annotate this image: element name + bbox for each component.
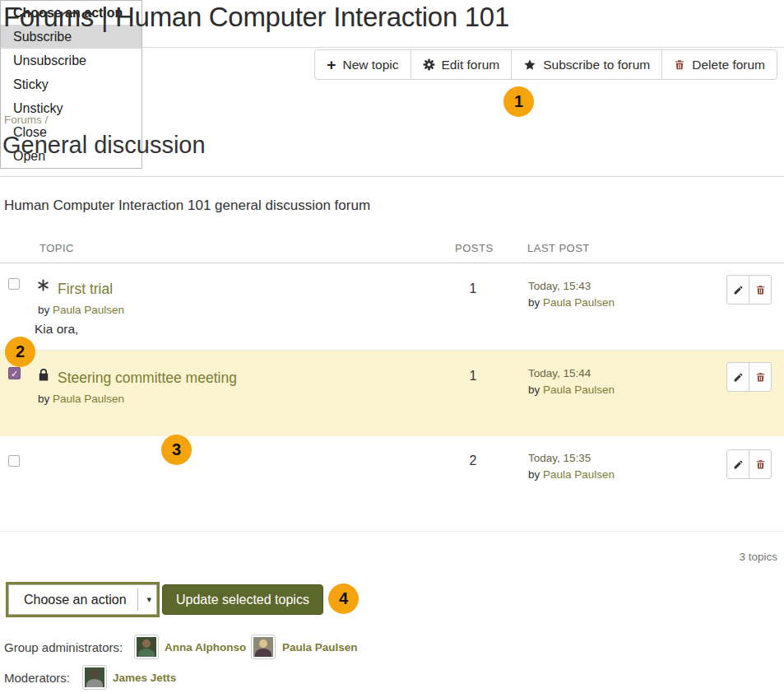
menu-option-unsubscribe[interactable]: Unsubscribe (1, 49, 141, 72)
row-actions (726, 449, 772, 479)
pencil-icon (733, 372, 744, 383)
last-post-byline: by Paula Paulsen (528, 468, 615, 481)
group-administrators-label: Group administrators: (4, 640, 123, 654)
topic-count: 3 topics (739, 551, 777, 563)
delete-topic-button[interactable] (749, 275, 772, 305)
action-select[interactable]: Choose an action ▾ (8, 584, 157, 615)
delete-forum-button[interactable]: Delete forum (661, 49, 777, 80)
column-header-topic: TOPIC (39, 242, 74, 254)
posts-count: 2 (455, 453, 491, 468)
author-link[interactable]: Paula Paulsen (543, 468, 615, 481)
topic-checkbox[interactable] (8, 455, 20, 467)
pencil-icon (733, 285, 744, 295)
author-link[interactable]: Paula Paulsen (543, 384, 615, 396)
update-selected-topics-button[interactable]: Update selected topics (162, 584, 323, 615)
admin-link-anna-alphonso[interactable]: Anna Alphonso (165, 641, 246, 653)
subscribe-forum-label: Subscribe to forum (543, 58, 650, 72)
forum-heading: General discussion (2, 132, 206, 159)
by-label: by (38, 393, 49, 405)
by-label: by (528, 468, 540, 481)
topic-row-first-trial: First trial by Paula Paulsen Kia ora, 1 … (0, 263, 784, 351)
author-link[interactable]: Paula Paulsen (53, 304, 124, 316)
title-divider (0, 47, 784, 48)
trash-icon (755, 371, 766, 383)
posts-count: 1 (455, 281, 491, 296)
sticky-asterisk-icon (36, 278, 50, 292)
column-header-posts: POSTS (455, 242, 494, 254)
last-post-time-link[interactable]: Today, 15:35 (528, 452, 591, 464)
topic-byline: by Paula Paulsen (38, 393, 124, 405)
topic-checkbox-checked[interactable]: ✓ (8, 367, 21, 379)
topic-title-link[interactable]: Steering committee meeting (58, 370, 237, 387)
gear-icon (423, 58, 435, 71)
topic-preview: Kia ora, (35, 322, 78, 337)
chevron-down-icon: ▾ (146, 585, 151, 614)
author-link[interactable]: Paula Paulsen (543, 296, 615, 309)
subscribe-forum-button[interactable]: Subscribe to forum (511, 49, 662, 80)
admin-link-paula-paulsen[interactable]: Paula Paulsen (282, 641, 358, 653)
edit-forum-button[interactable]: Edit forum (411, 49, 513, 80)
forum-page: Forums | Human Computer Interaction 101 … (0, 0, 784, 693)
heading-divider (0, 176, 784, 177)
callout-2: 2 (5, 337, 35, 367)
star-icon (523, 58, 536, 72)
menu-option-sticky[interactable]: Sticky (1, 72, 141, 96)
callout-1: 1 (503, 86, 534, 117)
edit-topic-button[interactable] (726, 362, 749, 392)
check-icon: ✓ (11, 369, 18, 379)
posts-count: 1 (455, 369, 491, 384)
by-label: by (38, 304, 49, 316)
trash-icon (755, 284, 766, 295)
page-title: Forums | Human Computer Interaction 101 (3, 2, 509, 33)
last-post-byline: by Paula Paulsen (528, 296, 615, 309)
avatar-paula-paulsen[interactable] (251, 635, 276, 659)
topic-row-third: 2 Today, 15:35 by Paula Paulsen (0, 436, 784, 532)
forum-toolbar: + New topic Edit forum Subscribe to foru… (314, 49, 777, 80)
topic-byline: by Paula Paulsen (38, 304, 124, 316)
author-link[interactable]: Paula Paulsen (53, 393, 124, 405)
delete-topic-button[interactable] (749, 362, 772, 392)
moderator-link-james-jetts[interactable]: James Jetts (113, 672, 176, 684)
delete-forum-label: Delete forum (692, 58, 765, 72)
edit-topic-button[interactable] (726, 275, 749, 305)
edit-topic-button[interactable] (726, 449, 749, 479)
topic-checkbox[interactable] (8, 278, 20, 290)
callout-3: 3 (161, 435, 192, 465)
topic-row-steering-committee: ✓ Steering committee meeting by Paula Pa… (0, 351, 784, 436)
last-post-time-link[interactable]: Today, 15:43 (528, 280, 591, 292)
select-separator (137, 588, 138, 611)
trash-icon (755, 458, 766, 470)
callout-4: 4 (328, 584, 359, 614)
last-post-byline: by Paula Paulsen (528, 384, 615, 396)
topic-title-link[interactable]: First trial (58, 281, 113, 298)
plus-icon: + (327, 57, 336, 72)
trash-icon (674, 58, 685, 71)
row-actions (726, 362, 772, 392)
forum-description: Human Computer Interaction 101 general d… (4, 198, 370, 214)
moderators-label: Moderators: (4, 671, 70, 685)
avatar-james-jetts[interactable] (82, 665, 107, 690)
by-label: by (528, 384, 540, 396)
column-header-last-post: LAST POST (527, 242, 590, 254)
edit-forum-label: Edit forum (442, 58, 500, 72)
new-topic-label: New topic (342, 58, 398, 72)
last-post-time-link[interactable]: Today, 15:44 (528, 367, 591, 379)
action-select-value: Choose an action (24, 585, 127, 614)
lock-icon (38, 368, 49, 382)
breadcrumb[interactable]: Forums / (4, 114, 48, 126)
new-topic-button[interactable]: + New topic (314, 49, 411, 80)
row-actions (726, 275, 772, 305)
delete-topic-button[interactable] (749, 449, 772, 479)
by-label: by (528, 296, 540, 309)
pencil-icon (733, 459, 744, 470)
avatar-anna-alphonso[interactable] (134, 635, 159, 659)
